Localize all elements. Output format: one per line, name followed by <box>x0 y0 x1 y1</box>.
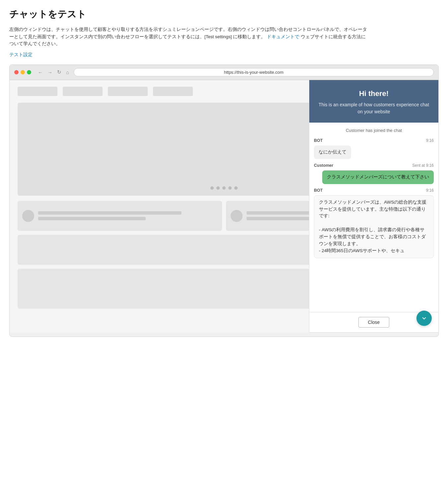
fake-line <box>38 211 182 215</box>
scroll-chevron-button[interactable] <box>416 311 432 326</box>
fake-nav-item <box>108 87 148 96</box>
chat-bubble-bot: なにか伝えて <box>314 146 351 159</box>
chat-sender-name: Customer <box>314 163 333 168</box>
fake-carousel-dots <box>210 186 238 190</box>
fake-card <box>18 201 222 231</box>
chat-joined-text: Customer has joined the chat <box>314 128 434 133</box>
chat-sender-time: Sent at 9:16 <box>412 163 434 168</box>
chat-bubble-customer: クラスメソッドメンバーズについて教えて下さい <box>322 170 434 184</box>
website-content: Hi there! This is an example of how cust… <box>10 80 438 333</box>
chat-header-title: Hi there! <box>317 89 430 98</box>
carousel-dot <box>234 186 238 190</box>
chat-sender-row: Customer Sent at 9:16 <box>314 163 434 168</box>
chat-header: Hi there! This is an example of how cust… <box>309 80 438 123</box>
browser-dots <box>14 70 31 74</box>
back-button[interactable]: ← <box>37 68 44 76</box>
doc-link[interactable]: ドキュメントで <box>267 34 299 39</box>
browser-nav: ← → ↻ ⌂ <box>37 68 70 76</box>
chat-widget: Hi there! This is an example of how cust… <box>309 80 438 333</box>
fake-nav-item <box>18 87 57 96</box>
dot-yellow[interactable] <box>21 70 25 74</box>
chat-body: Customer has joined the chat BOT 9:16 なに… <box>309 123 438 312</box>
chat-sender-name: BOT <box>314 188 323 193</box>
browser-mockup: ← → ↻ ⌂ https://this-is-your-website.com <box>9 64 439 337</box>
browser-toolbar: ← → ↻ ⌂ https://this-is-your-website.com <box>10 65 438 80</box>
chat-sender-name: BOT <box>314 138 323 143</box>
chat-bubble-bot-long: クラスメソッドメンバーズは、AWSの総合的な支援サービスを提供しています。主な特… <box>314 195 434 258</box>
fake-nav-item <box>63 87 103 96</box>
chat-message-group-customer: Customer Sent at 9:16 クラスメソッドメンバーズについて教え… <box>314 163 434 184</box>
fake-line <box>38 217 146 220</box>
fake-nav-item <box>153 87 193 96</box>
fake-lines <box>38 211 217 220</box>
carousel-dot <box>222 186 226 190</box>
chat-header-subtitle: This is an example of how customers expe… <box>317 101 430 115</box>
close-button[interactable]: Close <box>358 317 390 328</box>
test-settings-link[interactable]: テスト設定 <box>9 52 33 58</box>
page-title: チャットをテスト <box>9 8 439 21</box>
carousel-dot <box>216 186 220 190</box>
chat-sender-time: 9:16 <box>426 138 434 143</box>
carousel-dot <box>210 186 214 190</box>
reload-button[interactable]: ↻ <box>56 68 63 76</box>
chat-sender-row: BOT 9:16 <box>314 138 434 143</box>
dot-green[interactable] <box>27 70 31 74</box>
chat-message-group-bot2: BOT 9:16 クラスメソッドメンバーズは、AWSの総合的な支援サービスを提供… <box>314 188 434 258</box>
fake-avatar <box>22 210 34 222</box>
page-description: 左側のウィンドウは、チャットを使用して顧客とやり取りする方法を示すシュミレーショ… <box>9 26 368 48</box>
carousel-dot <box>228 186 232 190</box>
browser-url-bar[interactable]: https://this-is-your-website.com <box>74 68 434 76</box>
chat-message-group-bot1: BOT 9:16 なにか伝えて <box>314 138 434 159</box>
home-button[interactable]: ⌂ <box>65 68 70 76</box>
chat-sender-time: 9:16 <box>426 188 434 193</box>
forward-button[interactable]: → <box>46 68 54 76</box>
fake-avatar <box>231 210 243 222</box>
chat-sender-row: BOT 9:16 <box>314 188 434 193</box>
dot-red[interactable] <box>14 70 19 74</box>
chevron-down-icon <box>420 315 428 322</box>
